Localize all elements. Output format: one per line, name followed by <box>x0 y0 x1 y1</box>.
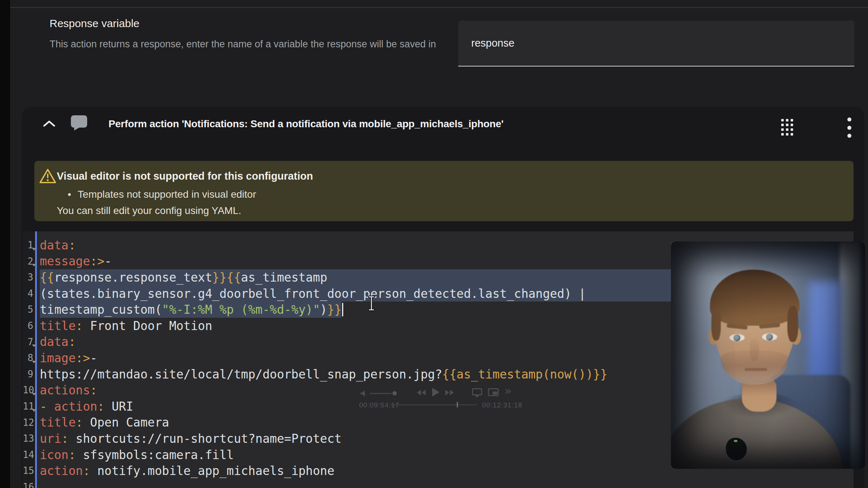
code-token: (states.binary_sensor.g4_doorbell_front_… <box>40 286 586 302</box>
fold-chevron-icon[interactable] <box>32 344 36 347</box>
fold-chevron-icon[interactable] <box>32 409 36 412</box>
line-number: 11 <box>23 398 35 415</box>
code-token: : <box>97 398 105 415</box>
line-number: 7 <box>23 334 35 350</box>
code-token: "%-I:%M %p (%m-%d-%y)" <box>162 301 320 318</box>
code-token: - <box>105 253 112 270</box>
code-token: }} <box>212 269 227 286</box>
warning-banner: Visual editor is not supported for this … <box>34 161 854 221</box>
code-token: {{ <box>227 269 241 286</box>
timecode-elapsed: 00:09:54:17 <box>359 401 399 409</box>
code-token: sfsymbols:camera.fill <box>76 447 234 463</box>
code-line[interactable]: 16 <box>23 479 854 488</box>
code-token: title <box>40 415 76 431</box>
line-number: 13 <box>23 431 35 447</box>
skip-chevrons-icon[interactable] <box>505 384 512 398</box>
volume-slider[interactable] <box>370 393 392 394</box>
line-number: 8 <box>23 350 35 366</box>
video-player-ghost-controls: 00:09:54:17 00:12:31:18 <box>356 386 544 415</box>
fullscreen-monitor-icon[interactable] <box>472 388 482 395</box>
line-number: 5 <box>23 301 35 318</box>
code-token: https://mtandao.site/local/tmp/doorbell_… <box>40 366 442 382</box>
picture-in-picture-icon[interactable] <box>488 388 499 396</box>
code-token: : <box>76 415 83 431</box>
webcam-vignette <box>671 241 865 469</box>
mouse-ibeam-cursor <box>367 295 375 313</box>
code-token: data <box>40 334 68 350</box>
drag-handle-icon[interactable] <box>781 119 793 136</box>
code-token: message <box>40 253 90 270</box>
text-caret <box>342 303 343 316</box>
code-token: uri <box>40 431 61 447</box>
volume-icon[interactable] <box>361 390 367 397</box>
code-token: : <box>83 463 90 479</box>
line-number: 10 <box>23 382 35 398</box>
response-variable-description: This action returns a response, enter th… <box>50 37 447 51</box>
code-token: as_timestamp <box>241 269 327 286</box>
response-variable-field[interactable] <box>458 21 854 67</box>
section-divider <box>10 7 868 8</box>
fast-forward-icon[interactable] <box>450 390 454 395</box>
indent-guide <box>54 269 55 318</box>
collapse-card-button[interactable] <box>38 116 61 132</box>
warning-bullet-item: Templates not supported in visual editor <box>68 189 256 200</box>
play-icon[interactable] <box>432 388 439 397</box>
code-token: - <box>40 398 54 415</box>
line-number: 15 <box>23 463 35 479</box>
code-token: data <box>40 237 68 253</box>
code-token: {{as_timestamp(now())}} <box>442 366 608 382</box>
warning-footer: You can still edit your config using YAM… <box>57 205 241 217</box>
line-number: 9 <box>23 366 35 382</box>
code-token: > <box>83 350 90 366</box>
code-token: Front Door Motion <box>83 318 212 334</box>
code-token: : <box>90 382 97 398</box>
fold-chevron-icon[interactable] <box>32 248 36 251</box>
line-number: 2 <box>23 253 35 270</box>
more-options-button[interactable] <box>845 117 854 138</box>
code-token: shortcuts://run-shortcut?name=Protect <box>68 431 341 447</box>
code-token: : <box>90 253 97 270</box>
comment-icon <box>70 115 88 131</box>
code-token: : <box>76 350 83 366</box>
code-token: actions <box>40 382 90 398</box>
chevron-up-icon <box>43 120 55 128</box>
page: { "response_variable": { "label": "Respo… <box>0 0 868 488</box>
code-token: action <box>54 398 97 415</box>
code-token: {{ <box>40 269 54 286</box>
code-token: : <box>61 431 69 447</box>
progress-marker[interactable] <box>457 402 458 407</box>
fold-chevron-icon[interactable] <box>32 393 36 395</box>
code-token: : <box>68 237 76 253</box>
line-number: 16 <box>23 479 35 488</box>
code-token: response.response_text <box>54 269 212 286</box>
progress-bar[interactable] <box>391 404 477 405</box>
line-number: 12 <box>23 415 35 431</box>
webcam-overlay <box>671 241 865 469</box>
rewind-icon[interactable] <box>417 390 421 395</box>
code-token: : <box>68 334 76 350</box>
code-token: > <box>97 253 105 270</box>
line-number: 3 <box>23 269 35 286</box>
warning-title: Visual editor is not supported for this … <box>57 170 313 182</box>
code-token: : <box>76 318 83 334</box>
code-token: action <box>40 463 83 479</box>
volume-slider-thumb[interactable] <box>392 391 397 395</box>
rewind-icon[interactable] <box>422 390 426 395</box>
fold-chevron-icon[interactable] <box>32 361 36 363</box>
code-token: timestamp_custom( <box>40 301 162 318</box>
warning-triangle-icon <box>39 168 56 185</box>
fold-chevron-icon[interactable] <box>32 264 36 266</box>
action-card-title: Perform action 'Notifications: Send a no… <box>109 118 503 130</box>
code-token: icon <box>40 447 68 463</box>
code-token: ) <box>320 301 327 318</box>
line-number: 14 <box>23 447 35 463</box>
line-number: 6 <box>23 318 35 334</box>
timecode-total: 00:12:31:18 <box>482 401 522 409</box>
line-number: 4 <box>23 286 35 302</box>
code-token: - <box>90 350 97 366</box>
code-token: title <box>40 318 76 334</box>
response-variable-input[interactable] <box>458 21 854 66</box>
code-token: URI <box>105 398 133 415</box>
line-number: 1 <box>23 237 35 253</box>
fast-forward-icon[interactable] <box>445 390 449 395</box>
